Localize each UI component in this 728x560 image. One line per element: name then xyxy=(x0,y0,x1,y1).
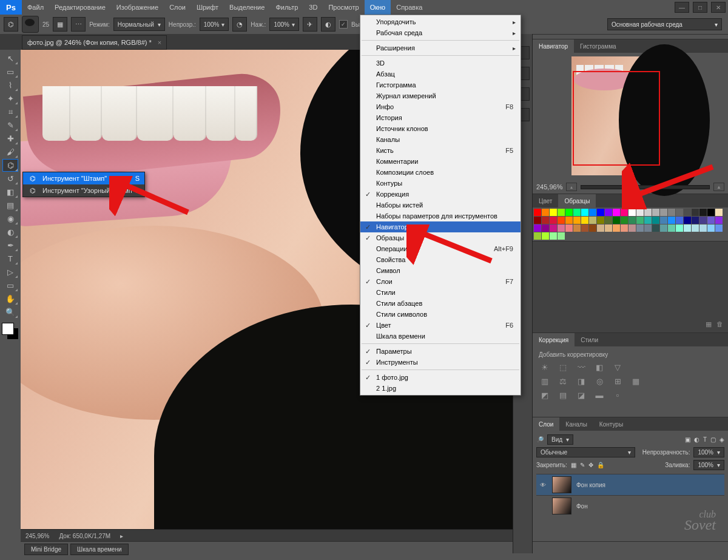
swatch[interactable] xyxy=(613,224,620,232)
swatch[interactable] xyxy=(652,209,659,216)
swatch[interactable] xyxy=(613,217,620,224)
swatch[interactable] xyxy=(692,217,699,224)
swatch[interactable] xyxy=(534,224,541,232)
menu-слои[interactable]: Слои xyxy=(164,0,191,15)
menu-item[interactable]: 3D xyxy=(360,58,521,69)
swatch[interactable] xyxy=(621,209,628,216)
swatch[interactable] xyxy=(534,209,541,216)
swatch[interactable] xyxy=(699,217,707,224)
menu-item[interactable]: Наборы кистей xyxy=(360,200,521,211)
brightness-icon[interactable]: ☀ xyxy=(539,363,551,372)
navigator-thumbnail[interactable] xyxy=(571,56,686,175)
swatch[interactable] xyxy=(573,224,581,232)
layer-filter-select[interactable]: Вид▾ xyxy=(547,434,573,445)
menu-item[interactable]: ИнфоF8 xyxy=(360,101,521,112)
menu-item[interactable]: КистьF5 xyxy=(360,145,521,156)
tab-swatches[interactable]: Образцы xyxy=(558,194,596,207)
swatch[interactable] xyxy=(644,209,652,216)
swatch[interactable] xyxy=(565,209,573,216)
swatch[interactable] xyxy=(707,209,715,216)
swatch[interactable] xyxy=(573,217,581,224)
swatch[interactable] xyxy=(715,224,723,232)
swatch[interactable] xyxy=(652,224,659,232)
menu-окно[interactable]: Окно xyxy=(365,0,391,15)
brush-preview[interactable] xyxy=(22,16,39,33)
tool-gradient[interactable]: ▤ xyxy=(2,199,18,212)
lock-icon[interactable]: ✎ xyxy=(580,462,585,468)
close-button[interactable]: ✕ xyxy=(711,2,726,13)
menu-item[interactable]: Образцы xyxy=(360,232,521,243)
menu-item[interactable]: Стили xyxy=(360,287,521,298)
swatch[interactable] xyxy=(676,217,683,224)
blend-mode-select[interactable]: Обычные▾ xyxy=(536,447,635,457)
swatch[interactable] xyxy=(589,217,596,224)
swatch[interactable] xyxy=(542,232,549,240)
swatch[interactable] xyxy=(699,209,707,216)
brush-settings-icon[interactable]: ⋯ xyxy=(71,17,86,32)
tool-type[interactable]: T xyxy=(2,252,18,265)
swatch[interactable] xyxy=(707,224,715,232)
menu-шрифт[interactable]: Шрифт xyxy=(191,0,224,15)
menu-item[interactable]: Навигатор xyxy=(360,221,521,232)
swatch[interactable] xyxy=(699,224,707,232)
menu-выделение[interactable]: Выделение xyxy=(224,0,270,15)
hsl-icon[interactable]: ▥ xyxy=(539,377,551,386)
swatch[interactable] xyxy=(715,217,723,224)
vibrance-icon[interactable]: ▽ xyxy=(612,363,624,372)
bottom-tab[interactable]: Шкала времени xyxy=(70,544,128,555)
tool-pen[interactable]: ✒ xyxy=(2,239,18,252)
swatch[interactable] xyxy=(668,209,675,216)
opacity-field[interactable]: 100% ▾ xyxy=(200,18,229,31)
tool-preset-icon[interactable]: ⌬ xyxy=(4,17,18,32)
menu-item[interactable]: Свойства xyxy=(360,254,521,265)
tool-hand[interactable]: ✋ xyxy=(2,292,18,305)
swatch[interactable] xyxy=(707,217,715,224)
layer-fill-field[interactable]: 100%▾ xyxy=(693,460,724,470)
tab-layers[interactable]: Слои xyxy=(533,417,559,431)
swatch[interactable] xyxy=(542,217,549,224)
menu-item[interactable]: 2 1.jpg xyxy=(360,383,521,394)
swatch[interactable] xyxy=(581,224,588,232)
swatch[interactable] xyxy=(573,209,581,216)
swatch[interactable] xyxy=(597,217,604,224)
menu-item[interactable]: ЦветF6 xyxy=(360,320,521,331)
tool-eyedropper[interactable]: ✎ xyxy=(2,119,18,132)
status-arrow-icon[interactable]: ▸ xyxy=(120,533,123,539)
curves-icon[interactable]: 〰 xyxy=(575,363,587,372)
swatch[interactable] xyxy=(621,224,628,232)
swatch[interactable] xyxy=(660,224,667,232)
swatch[interactable] xyxy=(715,209,723,216)
swatch[interactable] xyxy=(636,217,644,224)
balance-icon[interactable]: ⚖ xyxy=(557,377,569,386)
brush-panel-icon[interactable]: ▦ xyxy=(53,17,67,32)
swatch[interactable] xyxy=(558,224,565,232)
menu-item[interactable]: Гистограмма xyxy=(360,79,521,90)
menu-item[interactable]: Композиции слоев xyxy=(360,167,521,178)
swatch[interactable] xyxy=(605,224,612,232)
tool-eraser[interactable]: ◧ xyxy=(2,186,18,198)
swatch[interactable] xyxy=(629,209,636,216)
swatch[interactable] xyxy=(550,232,557,240)
menu-item[interactable]: Наборы параметров для инструментов xyxy=(360,211,521,221)
aligned-checkbox[interactable]: ✓ xyxy=(339,20,348,29)
swatch[interactable] xyxy=(565,217,573,224)
filter-icon[interactable]: ◐ xyxy=(694,436,699,443)
workspace-selector[interactable]: Основная рабочая среда▾ xyxy=(607,18,722,30)
menu-item[interactable]: Источник клонов xyxy=(360,123,521,134)
tool-history[interactable]: ↺ xyxy=(2,172,18,185)
swatch[interactable] xyxy=(692,209,699,216)
layer-row[interactable]: 👁Фон копия xyxy=(536,474,724,495)
bw-icon[interactable]: ◨ xyxy=(575,377,587,386)
flow-field[interactable]: 100% ▾ xyxy=(269,18,299,31)
swatch[interactable] xyxy=(542,224,549,232)
menu-просмотр[interactable]: Просмотр xyxy=(323,0,364,15)
swatch[interactable] xyxy=(581,209,588,216)
tab-histogram[interactable]: Гистограмма xyxy=(574,39,622,53)
zoom-out-icon[interactable]: ▴ xyxy=(566,183,577,191)
menu-item[interactable]: Рабочая среда xyxy=(360,27,521,38)
swatch[interactable] xyxy=(636,224,644,232)
gradmap-icon[interactable]: ▬ xyxy=(593,391,605,400)
tool-heal[interactable]: ✚ xyxy=(2,132,18,145)
document-tab[interactable]: фото.jpg @ 246% (Фон копия, RGB/8#) * × xyxy=(22,35,167,50)
filter-icon[interactable]: ▣ xyxy=(685,436,690,443)
